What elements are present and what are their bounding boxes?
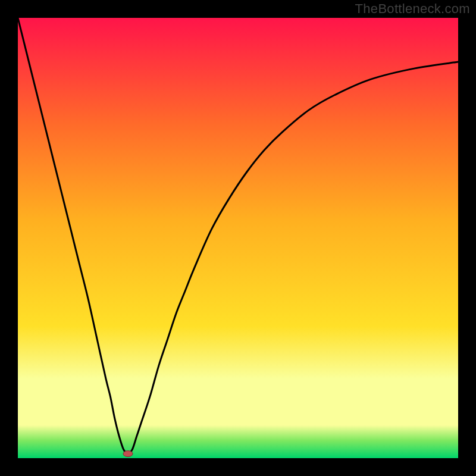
watermark-text: TheBottleneck.com xyxy=(355,1,470,17)
plot-area xyxy=(18,18,458,458)
optimal-marker xyxy=(123,451,133,457)
chart-frame: TheBottleneck.com xyxy=(0,0,476,476)
gradient-background xyxy=(18,18,458,458)
chart-svg xyxy=(18,18,458,458)
